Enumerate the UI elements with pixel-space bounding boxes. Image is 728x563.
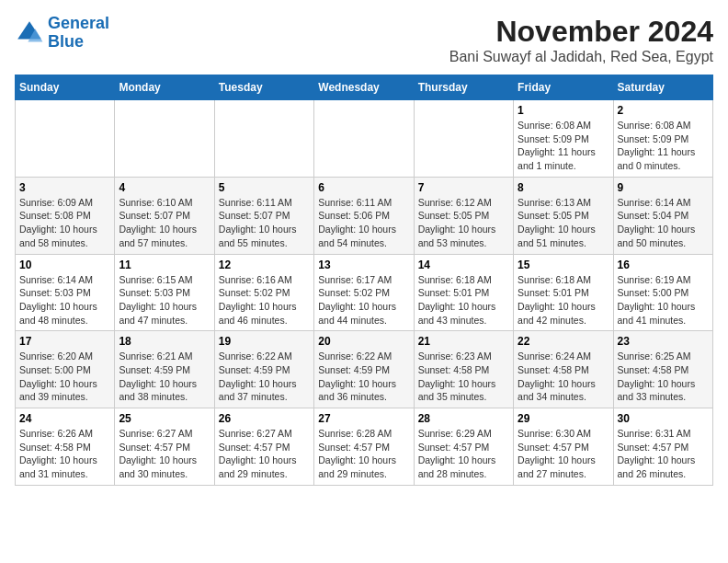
day-info: Sunrise: 6:27 AM Sunset: 4:57 PM Dayligh… (219, 427, 310, 481)
day-number: 28 (418, 412, 509, 425)
day-cell: 2Sunrise: 6:08 AM Sunset: 5:09 PM Daylig… (613, 100, 712, 178)
day-cell: 25Sunrise: 6:27 AM Sunset: 4:57 PM Dayli… (115, 408, 214, 486)
day-number: 6 (318, 181, 409, 194)
day-info: Sunrise: 6:22 AM Sunset: 4:59 PM Dayligh… (318, 350, 409, 404)
page-header: General Blue November 2024 Bani Suwayf a… (15, 15, 713, 65)
day-number: 24 (19, 412, 110, 425)
week-row-3: 10Sunrise: 6:14 AM Sunset: 5:03 PM Dayli… (16, 254, 713, 331)
logo-line1: General (48, 14, 109, 32)
day-info: Sunrise: 6:15 AM Sunset: 5:03 PM Dayligh… (119, 273, 210, 327)
day-cell: 30Sunrise: 6:31 AM Sunset: 4:57 PM Dayli… (613, 408, 712, 486)
weekday-header-thursday: Thursday (414, 75, 513, 100)
day-cell: 13Sunrise: 6:17 AM Sunset: 5:02 PM Dayli… (314, 254, 414, 331)
day-info: Sunrise: 6:08 AM Sunset: 5:09 PM Dayligh… (518, 119, 609, 173)
day-number: 20 (318, 335, 409, 348)
day-info: Sunrise: 6:22 AM Sunset: 4:59 PM Dayligh… (219, 350, 310, 404)
day-info: Sunrise: 6:11 AM Sunset: 5:07 PM Dayligh… (219, 196, 310, 250)
day-number: 30 (618, 412, 709, 425)
weekday-header-wednesday: Wednesday (314, 75, 414, 100)
logo-line2: Blue (48, 32, 84, 51)
day-cell: 8Sunrise: 6:13 AM Sunset: 5:05 PM Daylig… (514, 177, 613, 254)
calendar-title: November 2024 (449, 15, 713, 49)
day-info: Sunrise: 6:21 AM Sunset: 4:59 PM Dayligh… (119, 350, 210, 404)
day-number: 3 (19, 181, 110, 194)
day-cell: 4Sunrise: 6:10 AM Sunset: 5:07 PM Daylig… (115, 177, 214, 254)
day-cell: 11Sunrise: 6:15 AM Sunset: 5:03 PM Dayli… (115, 254, 214, 331)
day-cell: 10Sunrise: 6:14 AM Sunset: 5:03 PM Dayli… (16, 254, 115, 331)
day-cell: 22Sunrise: 6:24 AM Sunset: 4:58 PM Dayli… (514, 331, 613, 408)
day-cell: 9Sunrise: 6:14 AM Sunset: 5:04 PM Daylig… (613, 177, 712, 254)
day-cell: 16Sunrise: 6:19 AM Sunset: 5:00 PM Dayli… (613, 254, 712, 331)
day-number: 13 (318, 259, 409, 271)
day-info: Sunrise: 6:16 AM Sunset: 5:02 PM Dayligh… (219, 273, 310, 327)
weekday-header-tuesday: Tuesday (214, 75, 313, 100)
day-cell (314, 100, 414, 178)
day-cell: 28Sunrise: 6:29 AM Sunset: 4:57 PM Dayli… (414, 408, 513, 486)
day-cell: 21Sunrise: 6:23 AM Sunset: 4:58 PM Dayli… (414, 331, 513, 408)
day-info: Sunrise: 6:26 AM Sunset: 4:58 PM Dayligh… (19, 427, 110, 481)
day-cell: 14Sunrise: 6:18 AM Sunset: 5:01 PM Dayli… (414, 254, 513, 331)
day-number: 26 (219, 412, 310, 425)
day-number: 1 (518, 104, 609, 117)
day-number: 16 (618, 259, 709, 271)
day-info: Sunrise: 6:14 AM Sunset: 5:04 PM Dayligh… (618, 196, 709, 250)
day-info: Sunrise: 6:24 AM Sunset: 4:58 PM Dayligh… (518, 350, 609, 404)
day-cell: 1Sunrise: 6:08 AM Sunset: 5:09 PM Daylig… (514, 100, 613, 178)
weekday-header-monday: Monday (115, 75, 214, 100)
title-block: November 2024 Bani Suwayf al Jadidah, Re… (449, 15, 713, 65)
day-cell (214, 100, 313, 178)
day-number: 15 (518, 259, 609, 271)
day-number: 21 (418, 335, 509, 348)
day-info: Sunrise: 6:17 AM Sunset: 5:02 PM Dayligh… (318, 273, 409, 327)
day-cell: 26Sunrise: 6:27 AM Sunset: 4:57 PM Dayli… (214, 408, 313, 486)
day-info: Sunrise: 6:31 AM Sunset: 4:57 PM Dayligh… (618, 427, 709, 481)
day-number: 10 (19, 259, 110, 271)
weekday-header-sunday: Sunday (16, 75, 115, 100)
day-cell: 24Sunrise: 6:26 AM Sunset: 4:58 PM Dayli… (16, 408, 115, 486)
day-cell: 7Sunrise: 6:12 AM Sunset: 5:05 PM Daylig… (414, 177, 513, 254)
day-number: 17 (19, 335, 110, 348)
day-info: Sunrise: 6:09 AM Sunset: 5:08 PM Dayligh… (19, 196, 110, 250)
logo-icon (15, 18, 44, 48)
day-info: Sunrise: 6:10 AM Sunset: 5:07 PM Dayligh… (119, 196, 210, 250)
day-cell (115, 100, 214, 178)
calendar-body: 1Sunrise: 6:08 AM Sunset: 5:09 PM Daylig… (16, 100, 713, 486)
day-number: 4 (119, 181, 210, 194)
day-info: Sunrise: 6:11 AM Sunset: 5:06 PM Dayligh… (318, 196, 409, 250)
day-cell: 5Sunrise: 6:11 AM Sunset: 5:07 PM Daylig… (214, 177, 313, 254)
day-number: 11 (119, 259, 210, 271)
weekday-header-friday: Friday (514, 75, 613, 100)
day-cell: 23Sunrise: 6:25 AM Sunset: 4:58 PM Dayli… (613, 331, 712, 408)
weekday-header-row: SundayMondayTuesdayWednesdayThursdayFrid… (16, 75, 713, 100)
day-number: 7 (418, 181, 509, 194)
logo: General Blue (15, 15, 109, 52)
day-cell: 6Sunrise: 6:11 AM Sunset: 5:06 PM Daylig… (314, 177, 414, 254)
day-cell (414, 100, 513, 178)
day-number: 27 (318, 412, 409, 425)
day-info: Sunrise: 6:23 AM Sunset: 4:58 PM Dayligh… (418, 350, 509, 404)
day-number: 18 (119, 335, 210, 348)
day-info: Sunrise: 6:19 AM Sunset: 5:00 PM Dayligh… (618, 273, 709, 327)
day-info: Sunrise: 6:27 AM Sunset: 4:57 PM Dayligh… (119, 427, 210, 481)
week-row-2: 3Sunrise: 6:09 AM Sunset: 5:08 PM Daylig… (16, 177, 713, 254)
day-info: Sunrise: 6:14 AM Sunset: 5:03 PM Dayligh… (19, 273, 110, 327)
day-number: 12 (219, 259, 310, 271)
day-cell: 29Sunrise: 6:30 AM Sunset: 4:57 PM Dayli… (514, 408, 613, 486)
day-info: Sunrise: 6:13 AM Sunset: 5:05 PM Dayligh… (518, 196, 609, 250)
day-info: Sunrise: 6:30 AM Sunset: 4:57 PM Dayligh… (518, 427, 609, 481)
day-cell: 19Sunrise: 6:22 AM Sunset: 4:59 PM Dayli… (214, 331, 313, 408)
day-cell: 17Sunrise: 6:20 AM Sunset: 5:00 PM Dayli… (16, 331, 115, 408)
day-number: 25 (119, 412, 210, 425)
weekday-header-saturday: Saturday (613, 75, 712, 100)
day-number: 2 (618, 104, 709, 117)
calendar-table: SundayMondayTuesdayWednesdayThursdayFrid… (15, 75, 713, 486)
day-number: 14 (418, 259, 509, 271)
day-cell: 18Sunrise: 6:21 AM Sunset: 4:59 PM Dayli… (115, 331, 214, 408)
day-cell: 3Sunrise: 6:09 AM Sunset: 5:08 PM Daylig… (16, 177, 115, 254)
day-info: Sunrise: 6:08 AM Sunset: 5:09 PM Dayligh… (618, 119, 709, 173)
day-info: Sunrise: 6:29 AM Sunset: 4:57 PM Dayligh… (418, 427, 509, 481)
calendar-subtitle: Bani Suwayf al Jadidah, Red Sea, Egypt (449, 49, 713, 65)
day-info: Sunrise: 6:20 AM Sunset: 5:00 PM Dayligh… (19, 350, 110, 404)
week-row-4: 17Sunrise: 6:20 AM Sunset: 5:00 PM Dayli… (16, 331, 713, 408)
day-info: Sunrise: 6:28 AM Sunset: 4:57 PM Dayligh… (318, 427, 409, 481)
